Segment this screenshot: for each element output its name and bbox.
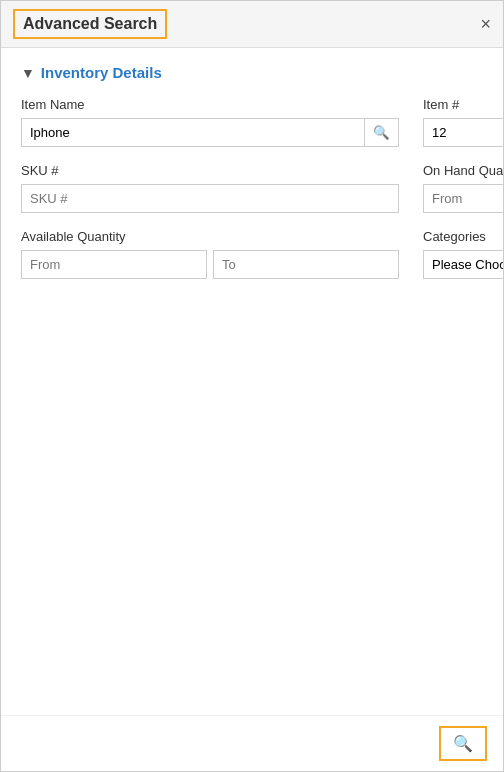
section-header: ▼ Inventory Details — [21, 64, 483, 81]
inventory-details-title: Inventory Details — [41, 64, 162, 81]
available-quantity-range — [21, 250, 399, 279]
close-button[interactable]: × — [480, 15, 491, 33]
dialog-header: Advanced Search × — [1, 1, 503, 48]
categories-select-wrapper: Please Choose ▼ — [423, 250, 503, 279]
item-name-input[interactable] — [21, 118, 364, 147]
available-quantity-group: Available Quantity — [21, 229, 399, 279]
available-from-input[interactable] — [21, 250, 207, 279]
on-hand-quantity-label: On Hand Quantity — [423, 163, 503, 178]
item-number-input-wrapper: 🔍 — [423, 118, 503, 147]
item-name-input-wrapper: 🔍 — [21, 118, 399, 147]
available-to-input[interactable] — [213, 250, 399, 279]
item-name-group: Item Name 🔍 — [21, 97, 399, 147]
on-hand-quantity-group: On Hand Quantity — [423, 163, 503, 213]
item-name-search-button[interactable]: 🔍 — [364, 118, 399, 147]
sku-group: SKU # — [21, 163, 399, 213]
item-number-input[interactable] — [423, 118, 503, 147]
search-submit-button[interactable]: 🔍 — [439, 726, 487, 761]
item-number-label: Item # — [423, 97, 503, 112]
advanced-search-dialog: Advanced Search × ▼ Inventory Details It… — [0, 0, 504, 772]
categories-select[interactable]: Please Choose — [423, 250, 503, 279]
chevron-down-icon: ▼ — [21, 65, 35, 81]
search-submit-icon: 🔍 — [453, 734, 473, 753]
available-quantity-label: Available Quantity — [21, 229, 399, 244]
search-icon: 🔍 — [373, 125, 390, 140]
sku-label: SKU # — [21, 163, 399, 178]
on-hand-quantity-range — [423, 184, 503, 213]
categories-group: Categories Please Choose ▼ — [423, 229, 503, 279]
dialog-title: Advanced Search — [13, 9, 167, 39]
form-grid: Item Name 🔍 Item # 🔍 — [21, 97, 483, 279]
sku-input[interactable] — [21, 184, 399, 213]
item-name-label: Item Name — [21, 97, 399, 112]
dialog-body: ▼ Inventory Details Item Name 🔍 Item # — [1, 48, 503, 715]
item-number-group: Item # 🔍 — [423, 97, 503, 147]
dialog-footer: 🔍 — [1, 715, 503, 771]
on-hand-from-input[interactable] — [423, 184, 503, 213]
categories-label: Categories — [423, 229, 503, 244]
